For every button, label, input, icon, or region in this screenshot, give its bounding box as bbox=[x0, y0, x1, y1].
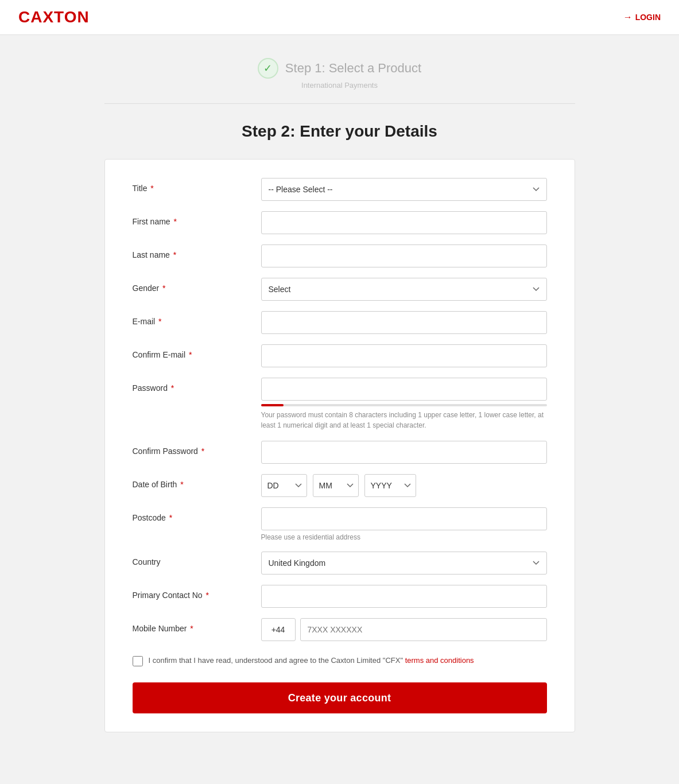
confirm-password-input[interactable] bbox=[261, 441, 547, 464]
country-row: Country United Kingdom United States Fra… bbox=[133, 552, 547, 575]
dob-wrap: DD MM YYYY bbox=[261, 474, 547, 497]
mobile-row: Mobile Number * bbox=[133, 618, 547, 641]
firstname-control bbox=[261, 211, 547, 234]
postcode-hint: Please use a residential address bbox=[261, 533, 547, 541]
password-label: Password * bbox=[133, 378, 247, 393]
terms-checkbox-row: I confirm that I have read, understood a… bbox=[133, 655, 547, 666]
dob-day-select[interactable]: DD bbox=[261, 474, 307, 497]
gender-row: Gender * Select Male Female Other bbox=[133, 278, 547, 301]
password-input[interactable] bbox=[261, 378, 547, 401]
lastname-control bbox=[261, 244, 547, 267]
title-row: Title * -- Please Select -- Mr Mrs Miss … bbox=[133, 178, 547, 201]
terms-conditions-link[interactable]: terms and conditions bbox=[405, 656, 474, 665]
confirm-password-row: Confirm Password * bbox=[133, 441, 547, 464]
gender-control: Select Male Female Other bbox=[261, 278, 547, 301]
dob-row: Date of Birth * DD MM YYYY bbox=[133, 474, 547, 497]
password-hint: Your password must contain 8 characters … bbox=[261, 410, 547, 430]
step2-title: Step 2: Enter your Details bbox=[104, 122, 575, 141]
create-account-button[interactable]: Create your account bbox=[133, 682, 547, 713]
logo: CAXTON bbox=[18, 8, 90, 26]
primary-contact-control bbox=[261, 585, 547, 608]
dob-label: Date of Birth * bbox=[133, 474, 247, 489]
password-row: Password * Your password must contain 8 … bbox=[133, 378, 547, 430]
divider bbox=[104, 103, 575, 104]
dob-control: DD MM YYYY bbox=[261, 474, 547, 497]
confirm-email-row: Confirm E-mail * bbox=[133, 344, 547, 367]
dob-month-select[interactable]: MM bbox=[313, 474, 359, 497]
lastname-input[interactable] bbox=[261, 244, 547, 267]
email-control bbox=[261, 311, 547, 334]
postcode-label: Postcode * bbox=[133, 507, 247, 522]
dob-year-select[interactable]: YYYY bbox=[364, 474, 416, 497]
title-required: * bbox=[150, 184, 153, 193]
firstname-row: First name * bbox=[133, 211, 547, 234]
title-control: -- Please Select -- Mr Mrs Miss Ms Dr bbox=[261, 178, 547, 201]
header: CAXTON → LOGIN bbox=[0, 0, 679, 35]
title-select[interactable]: -- Please Select -- Mr Mrs Miss Ms Dr bbox=[261, 178, 547, 201]
lastname-row: Last name * bbox=[133, 244, 547, 267]
login-button[interactable]: → LOGIN bbox=[623, 12, 661, 22]
firstname-input[interactable] bbox=[261, 211, 547, 234]
terms-checkbox[interactable] bbox=[133, 656, 143, 666]
email-input[interactable] bbox=[261, 311, 547, 334]
step1-title: Step 1: Select a Product bbox=[285, 61, 421, 76]
postcode-input[interactable] bbox=[261, 507, 547, 530]
step1-completed: ✓ Step 1: Select a Product International… bbox=[104, 58, 575, 90]
email-row: E-mail * bbox=[133, 311, 547, 334]
password-control: Your password must contain 8 characters … bbox=[261, 378, 547, 430]
primary-contact-label: Primary Contact No * bbox=[133, 585, 247, 600]
country-control: United Kingdom United States France Germ… bbox=[261, 552, 547, 575]
country-code-input[interactable] bbox=[261, 618, 296, 641]
firstname-label: First name * bbox=[133, 211, 247, 226]
main-content: ✓ Step 1: Select a Product International… bbox=[93, 35, 587, 767]
gender-select[interactable]: Select Male Female Other bbox=[261, 278, 547, 301]
confirm-password-label: Confirm Password * bbox=[133, 441, 247, 456]
mobile-control bbox=[261, 618, 547, 641]
postcode-row: Postcode * Please use a residential addr… bbox=[133, 507, 547, 541]
confirm-password-control bbox=[261, 441, 547, 464]
registration-form: Title * -- Please Select -- Mr Mrs Miss … bbox=[104, 159, 575, 732]
mobile-label: Mobile Number * bbox=[133, 618, 247, 633]
postcode-control: Please use a residential address bbox=[261, 507, 547, 541]
confirm-email-input[interactable] bbox=[261, 344, 547, 367]
mobile-number-input[interactable] bbox=[300, 618, 547, 641]
mobile-wrap bbox=[261, 618, 547, 641]
email-label: E-mail * bbox=[133, 311, 247, 326]
password-strength-fill bbox=[261, 404, 284, 406]
login-arrow-icon: → bbox=[623, 12, 633, 22]
step1-check-icon: ✓ bbox=[258, 58, 278, 79]
step1-sublabel: International Payments bbox=[301, 81, 378, 90]
country-label: Country bbox=[133, 552, 247, 566]
confirm-email-control bbox=[261, 344, 547, 367]
terms-label: I confirm that I have read, understood a… bbox=[149, 655, 474, 666]
primary-contact-row: Primary Contact No * bbox=[133, 585, 547, 608]
password-strength-bar bbox=[261, 404, 547, 406]
title-label: Title * bbox=[133, 178, 247, 193]
gender-label: Gender * bbox=[133, 278, 247, 293]
country-select[interactable]: United Kingdom United States France Germ… bbox=[261, 552, 547, 575]
confirm-email-label: Confirm E-mail * bbox=[133, 344, 247, 359]
step1-row: ✓ Step 1: Select a Product bbox=[258, 58, 421, 79]
lastname-label: Last name * bbox=[133, 244, 247, 259]
login-label: LOGIN bbox=[635, 13, 661, 22]
primary-contact-input[interactable] bbox=[261, 585, 547, 608]
